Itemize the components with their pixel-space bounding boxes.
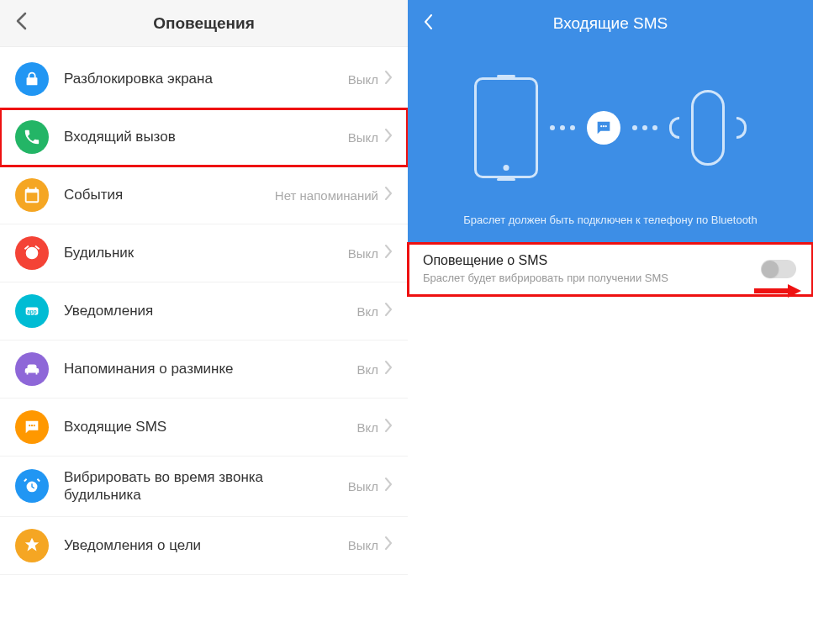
- list-item[interactable]: БудильникВыкл: [0, 224, 408, 282]
- alarm-icon: [15, 236, 49, 270]
- sms-alert-toggle[interactable]: [761, 260, 796, 278]
- list-item[interactable]: Напоминания о разминкеВкл: [0, 340, 408, 399]
- svg-point-6: [600, 125, 602, 127]
- chevron-right-icon: [385, 419, 393, 436]
- settings-list: Разблокировка экранаВыклВходящий вызовВы…: [0, 47, 408, 644]
- app-icon: app: [15, 294, 49, 328]
- calendar-icon: [15, 178, 49, 212]
- item-label: Уведомления о цели: [64, 536, 348, 554]
- svg-point-8: [605, 125, 607, 127]
- list-item[interactable]: Разблокировка экранаВыкл: [0, 50, 408, 108]
- item-status: Выкл: [348, 479, 378, 494]
- item-status: Выкл: [348, 72, 378, 87]
- hero-caption: Браслет должен быть подключен к телефону…: [463, 214, 757, 226]
- dots-icon: [550, 125, 575, 130]
- item-status: Выкл: [348, 246, 378, 261]
- goal-icon: [15, 529, 49, 562]
- item-label: Разблокировка экрана: [64, 70, 348, 87]
- item-label: Напоминания о разминке: [64, 360, 357, 377]
- chevron-right-icon: [385, 536, 393, 554]
- svg-point-7: [603, 125, 604, 127]
- page-title: Входящие SMS: [408, 14, 813, 33]
- chevron-right-icon: [385, 478, 393, 495]
- item-label: События: [64, 186, 275, 203]
- chevron-right-icon: [385, 71, 393, 88]
- list-item[interactable]: Входящий вызовВыкл: [0, 108, 408, 166]
- notifications-screen: Оповещения Разблокировка экранаВыклВходя…: [0, 0, 408, 644]
- sms-icon: [15, 410, 49, 444]
- list-item[interactable]: СобытияНет напоминаний: [0, 166, 408, 224]
- phone-icon: [474, 77, 538, 178]
- item-label: Будильник: [64, 244, 348, 261]
- list-item[interactable]: Вибрировать во время звонка будильникаВы…: [0, 457, 408, 517]
- chevron-right-icon: [385, 361, 393, 378]
- item-status: Выкл: [348, 538, 378, 552]
- item-label: Входящий вызов: [64, 128, 348, 145]
- svg-point-4: [34, 425, 35, 426]
- alarm2-icon: [15, 469, 49, 503]
- page-title: Оповещения: [0, 14, 408, 33]
- list-item[interactable]: Уведомления о целиВыкл: [0, 517, 408, 575]
- hero-illustration: [474, 77, 747, 178]
- item-label: Входящие SMS: [64, 418, 357, 435]
- item-status: Вкл: [357, 362, 379, 377]
- phone-icon: [15, 120, 49, 154]
- couch-icon: [15, 352, 49, 386]
- sms-bubble-icon: [587, 111, 620, 145]
- back-button[interactable]: [15, 10, 27, 36]
- band-icon: [691, 90, 725, 166]
- sms-alert-setting[interactable]: Оповещение о SMS Браслет будет вибрирова…: [408, 243, 813, 296]
- header: Оповещения: [0, 0, 408, 47]
- item-status: Нет напоминаний: [275, 188, 378, 203]
- svg-point-2: [29, 425, 30, 426]
- item-label: Вибрировать во время звонка будильника: [64, 468, 348, 504]
- item-status: Вкл: [357, 304, 379, 319]
- chevron-right-icon: [385, 245, 393, 262]
- item-label: Уведомления: [64, 302, 357, 319]
- chevron-right-icon: [385, 129, 393, 146]
- setting-text: Оповещение о SMS Браслет будет вибрирова…: [423, 253, 761, 286]
- chevron-right-icon: [385, 303, 393, 320]
- setting-subtitle: Браслет будет вибрировать при получении …: [423, 272, 751, 286]
- vibration-right-icon: [736, 117, 747, 139]
- item-status: Вкл: [357, 420, 379, 435]
- item-status: Выкл: [348, 130, 378, 145]
- setting-title: Оповещение о SMS: [423, 253, 751, 268]
- vibration-left-icon: [669, 117, 679, 139]
- dots-icon: [632, 125, 657, 130]
- svg-text:app: app: [27, 309, 36, 315]
- list-item[interactable]: Входящие SMSВкл: [0, 399, 408, 457]
- sms-detail-screen: Входящие SMS Браслет должен быть подключ…: [408, 0, 813, 644]
- lock-icon: [15, 62, 49, 96]
- chevron-right-icon: [385, 187, 393, 204]
- annotation-arrow-icon: [754, 284, 801, 298]
- list-item[interactable]: appУведомленияВкл: [0, 282, 408, 340]
- back-button[interactable]: [423, 12, 433, 35]
- svg-point-3: [31, 425, 33, 426]
- hero-section: Браслет должен быть подключен к телефону…: [408, 47, 813, 243]
- header: Входящие SMS: [408, 0, 813, 47]
